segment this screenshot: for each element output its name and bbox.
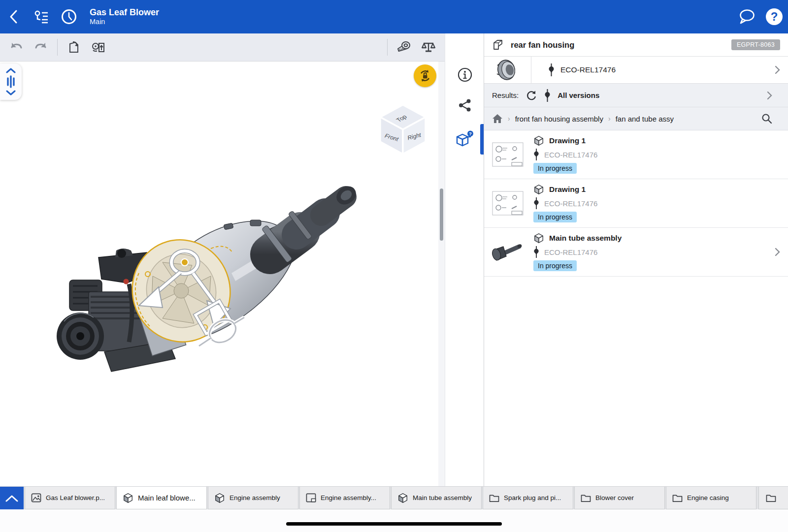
toolbar-divider (387, 39, 388, 56)
chevron-up-icon (5, 495, 18, 502)
tab-label: Blower cover (595, 494, 634, 501)
versions-button[interactable] (28, 3, 55, 31)
tab-label: Engine casing (687, 494, 729, 501)
tab-label: Main leaf blowe... (138, 494, 196, 502)
redo-icon (34, 41, 48, 54)
where-used-list-item[interactable]: Drawing 1 ECO-REL17476 In progress (484, 179, 788, 228)
breadcrumb-separator: › (608, 115, 611, 123)
fan-housing-thumbnail (493, 58, 522, 82)
breadcrumb-item[interactable]: front fan housing assembly (515, 115, 603, 123)
app-header: Gas Leaf Blower Main ? (0, 0, 788, 33)
folder-icon (581, 494, 591, 502)
rotation-lock-button[interactable] (414, 64, 436, 87)
item-thumbnail (484, 191, 531, 216)
panel-icon-rail: ? (445, 33, 484, 486)
tab-spark-plug[interactable]: Spark plug and pi... (483, 487, 573, 509)
where-used-list-item[interactable]: Main tube assembly ECO-REL17476 In progr… (484, 228, 788, 277)
history-button[interactable] (55, 3, 83, 31)
image-icon (31, 493, 41, 502)
home-indicator[interactable] (286, 522, 502, 526)
where-used-cube-question-icon: ? (456, 130, 474, 147)
chevron-right-icon (775, 248, 780, 256)
onshape-app: Gas Leaf Blower Main ? (0, 0, 788, 532)
update-sync-button[interactable] (86, 36, 111, 58)
redo-button[interactable] (29, 36, 53, 58)
chevron-right-icon (775, 65, 780, 74)
chevron-up-icon[interactable] (6, 67, 16, 73)
import-document-icon (67, 40, 81, 54)
version-pin-icon (548, 63, 555, 76)
version-pin-icon (533, 149, 539, 160)
folder-icon (672, 494, 683, 502)
tab-engine-assembly-drawing[interactable]: Engine assembly... (299, 487, 390, 509)
share-icon (458, 98, 472, 112)
tab-drawer-button[interactable] (0, 487, 24, 509)
document-tab-bar: Gas Leaf blower.p... Main leaf blowe... … (0, 486, 788, 509)
tab-engine-casing[interactable]: Engine casing (666, 487, 756, 509)
workspace-name: Main (90, 18, 159, 26)
sync-update-icon (91, 40, 106, 54)
where-used-panel-button[interactable]: ? (445, 125, 484, 153)
info-panel-button[interactable] (445, 61, 484, 89)
rotation-lock-icon (418, 68, 432, 83)
tab-label: Engine assembly (230, 494, 280, 501)
tab-engine-assembly[interactable]: Engine assembly (208, 487, 298, 509)
viewport-scroll-track (438, 62, 445, 486)
view-cube[interactable]: Top Front Right (375, 102, 430, 157)
undo-icon (9, 41, 23, 54)
assembly-cube-icon (397, 493, 408, 503)
import-button[interactable] (62, 36, 86, 58)
part-number-badge: EGPRT-8063 (731, 39, 780, 50)
home-icon[interactable] (492, 114, 503, 124)
search-icon[interactable] (761, 113, 772, 124)
tab-blower-cover[interactable]: Blower cover (574, 487, 665, 509)
viewport-toolbar (0, 33, 445, 62)
back-button[interactable] (0, 3, 28, 31)
item-title: Drawing 1 (549, 185, 586, 194)
document-title: Gas Leaf Blower (90, 7, 159, 18)
feature-list-handle-icon[interactable] (5, 75, 16, 88)
tube-assembly-thumbnail (492, 241, 524, 263)
viewport-scrollbar[interactable] (440, 188, 443, 241)
3d-canvas[interactable]: Top Front Right (0, 62, 445, 486)
share-panel-button[interactable] (445, 92, 484, 119)
model-viewport[interactable]: Top Front Right (0, 33, 445, 486)
mass-properties-button[interactable] (416, 36, 441, 58)
feature-panel-flyout[interactable] (0, 63, 22, 100)
part-thumbnail-cell (484, 57, 531, 83)
results-filter-row[interactable]: Results: All versions (484, 84, 788, 107)
version-cube-icon (533, 233, 544, 244)
where-used-list-item[interactable]: Drawing 1 ECO-REL17476 In progress (484, 130, 788, 179)
help-button[interactable]: ? (760, 3, 788, 31)
selected-part-name: rear fan housing (511, 40, 574, 50)
measure-button[interactable] (392, 36, 416, 58)
version-row[interactable]: ECO-REL17476 (484, 57, 788, 84)
active-panel-indicator (480, 124, 484, 155)
chevron-down-icon[interactable] (6, 90, 16, 96)
tab-gas-leaf-blower-pdf[interactable]: Gas Leaf blower.p... (25, 487, 115, 509)
panel-header-row: rear fan housing EGPRT-8063 (484, 33, 788, 57)
version-label: ECO-REL17476 (560, 65, 616, 74)
folder-icon (766, 494, 776, 502)
tab-partial[interactable] (758, 487, 788, 509)
item-title: Main tube assembly (549, 234, 622, 243)
main-tube[interactable] (262, 183, 360, 263)
version-cube-icon (533, 184, 544, 195)
tab-label: Spark plug and pi... (504, 494, 561, 501)
item-thumbnail (484, 142, 531, 167)
document-title-block: Gas Leaf Blower Main (90, 7, 159, 26)
refresh-icon[interactable] (525, 90, 537, 101)
drawing-thumbnail (492, 191, 524, 216)
item-version: ECO-REL17476 (544, 199, 597, 208)
undo-button[interactable] (4, 36, 29, 58)
comments-button[interactable] (733, 3, 760, 31)
breadcrumb-item[interactable]: fan and tube assy (616, 115, 674, 123)
tab-main-leaf-blower[interactable]: Main leaf blowe... (116, 487, 207, 509)
mass-properties-scale-icon (421, 40, 436, 54)
part-icon (492, 39, 505, 51)
tab-main-tube-assembly[interactable]: Main tube assembly (391, 487, 482, 509)
chevron-right-icon (767, 91, 772, 100)
tab-label: Engine assembly... (321, 494, 376, 501)
version-pin-icon (533, 197, 539, 209)
breadcrumb-separator: › (508, 115, 510, 123)
